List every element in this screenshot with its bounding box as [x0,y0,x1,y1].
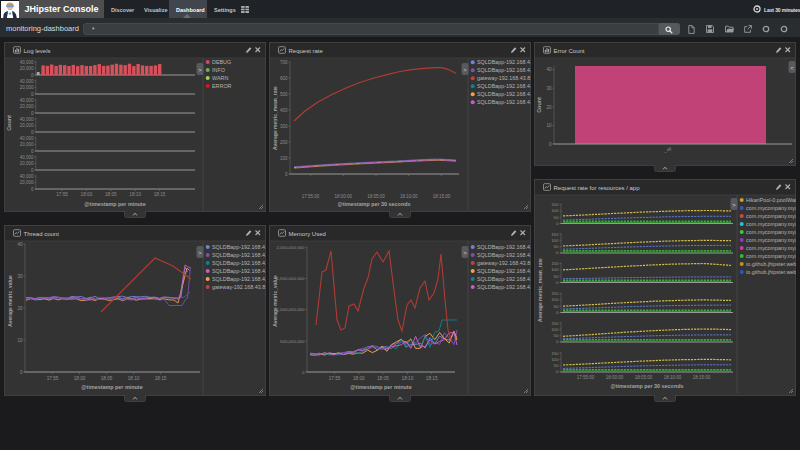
svg-text:150: 150 [551,202,559,207]
svg-text:600: 600 [280,76,288,81]
svg-text:SQLDBapp-192.168.4...: SQLDBapp-192.168.4... [477,67,531,73]
svg-text:20,000: 20,000 [20,180,34,185]
svg-text:30: 30 [17,274,23,279]
svg-text:18:15: 18:15 [154,192,166,197]
svg-text:20,000: 20,000 [20,161,34,166]
svg-text:100: 100 [551,238,559,243]
svg-text:io.github.jhipster.web.r...: io.github.jhipster.web.r... [746,261,796,267]
svg-text:@timestamp per minute: @timestamp per minute [350,384,411,390]
svg-text:17:55: 17:55 [47,376,59,381]
svg-text:Average metric_value: Average metric_value [272,275,278,327]
svg-text:Thread count: Thread count [24,231,60,237]
svg-text:Memory Used: Memory Used [289,231,326,237]
svg-text:18:10: 18:10 [128,376,140,381]
svg-text:20,000: 20,000 [20,66,34,71]
svg-text:18:15:00: 18:15:00 [433,194,451,199]
svg-text:Average metric_mean_rate: Average metric_mean_rate [537,258,543,322]
svg-text:150: 150 [551,291,559,296]
svg-text:18:00: 18:00 [353,376,365,381]
svg-text:SQLDBapp-192.168.4...: SQLDBapp-192.168.4... [212,268,266,274]
svg-text:40: 40 [17,242,23,247]
svg-text:Request rate for resources / a: Request rate for resources / app [554,185,641,191]
svg-text:40,000: 40,000 [20,60,34,65]
svg-text:com.mycompany.myap...: com.mycompany.myap... [746,237,796,243]
svg-text:com.mycompany.myap...: com.mycompany.myap... [746,229,796,235]
svg-text:18:05:00: 18:05:00 [367,194,385,199]
svg-text:Average metric_mean_rate: Average metric_mean_rate [272,86,278,150]
svg-text:>: > [463,250,467,256]
svg-text:@timestamp per minute: @timestamp per minute [84,201,145,207]
svg-text:com.mycompany.myap...: com.mycompany.myap... [746,205,796,211]
svg-text:150: 150 [551,351,559,356]
svg-text:150: 150 [551,321,559,326]
svg-text:1,500,000,000: 1,500,000,000 [276,276,305,281]
svg-text:50: 50 [554,215,559,220]
svg-text:Count: Count [536,97,542,113]
svg-text:500,000,000: 500,000,000 [280,339,305,344]
svg-text:100: 100 [551,327,559,332]
svg-text:SQLDBapp-192.168.4...: SQLDBapp-192.168.4... [477,268,531,274]
svg-text:gateway-192.168.43.8...: gateway-192.168.43.8... [477,260,531,266]
svg-text:150: 150 [551,232,559,237]
svg-text:40,000: 40,000 [20,98,34,103]
svg-text:50: 50 [554,304,559,309]
svg-text:SQLDBapp-192.168.4...: SQLDBapp-192.168.4... [477,83,531,89]
svg-text:Log levels: Log levels [24,48,51,54]
svg-text:SQLDBapp-192.168.4...: SQLDBapp-192.168.4... [477,99,531,105]
svg-text:50: 50 [554,274,559,279]
svg-text:500: 500 [280,92,288,97]
svg-text:100: 100 [551,208,559,213]
svg-text:INFO: INFO [212,67,225,73]
svg-text:18:15:00: 18:15:00 [693,375,711,380]
svg-text:WARN: WARN [212,75,228,81]
svg-text:SQLDBapp-192.168.4...: SQLDBapp-192.168.4... [212,260,266,266]
svg-text:2,000,000,000: 2,000,000,000 [276,245,305,250]
svg-text:700: 700 [280,60,288,65]
svg-text:40,000: 40,000 [20,136,34,141]
svg-text:17:55:00: 17:55:00 [302,194,320,199]
svg-text:@timestamp per 30 seconds: @timestamp per 30 seconds [611,383,684,389]
svg-text:SQLDBapp-192.168.4...: SQLDBapp-192.168.4... [477,244,531,250]
svg-text:400: 400 [280,108,288,113]
svg-text:com.mycompany.myap...: com.mycompany.myap... [746,253,796,259]
svg-text:18:05:00: 18:05:00 [635,375,653,380]
svg-text:18:15: 18:15 [426,376,438,381]
svg-text:SQLDBapp-192.168.4...: SQLDBapp-192.168.4... [477,91,531,97]
svg-text:40,000: 40,000 [20,174,34,179]
svg-text:17:55: 17:55 [56,192,68,197]
svg-text:ERROR: ERROR [212,83,232,89]
svg-text:20,000: 20,000 [20,123,34,128]
svg-text:100: 100 [551,267,559,272]
svg-text:20: 20 [546,105,552,110]
svg-text:SQLDBapp-192.168.4...: SQLDBapp-192.168.4... [212,252,266,258]
svg-text:100: 100 [551,297,559,302]
svg-text:18:05: 18:05 [105,192,117,197]
svg-text:10: 10 [546,123,552,128]
svg-text:@timestamp per 30 seconds: @timestamp per 30 seconds [338,201,411,207]
svg-text:100: 100 [551,357,559,362]
svg-text:18:10:00: 18:10:00 [664,375,682,380]
svg-text:30: 30 [546,86,552,91]
svg-text:SQLDBapp-192.168.4...: SQLDBapp-192.168.4... [477,284,531,290]
svg-text:Request rate: Request rate [289,48,324,54]
svg-text:gateway-192.168.43.8...: gateway-192.168.43.8... [212,284,266,290]
svg-text:200: 200 [280,140,288,145]
svg-text:SQLDBapp-192.168.4...: SQLDBapp-192.168.4... [212,244,266,250]
svg-text:@timestamp per minute: @timestamp per minute [81,384,142,390]
svg-text:20,000: 20,000 [20,85,34,90]
svg-text:>: > [198,250,202,256]
svg-text:100: 100 [280,156,288,161]
svg-text:18:05: 18:05 [377,376,389,381]
svg-text:18:10: 18:10 [402,376,414,381]
svg-text:40,000: 40,000 [20,79,34,84]
svg-text:>: > [198,67,202,73]
svg-text:18:05: 18:05 [101,376,113,381]
svg-text:gateway-192.168.43.8...: gateway-192.168.43.8... [477,75,531,81]
svg-text:40,000: 40,000 [20,117,34,122]
svg-text:18:15: 18:15 [155,376,167,381]
svg-text:10: 10 [17,338,23,343]
svg-text:>: > [732,202,736,208]
svg-text:18:10: 18:10 [129,192,141,197]
svg-text:18:00: 18:00 [81,192,93,197]
svg-text:18:00:00: 18:00:00 [335,194,353,199]
